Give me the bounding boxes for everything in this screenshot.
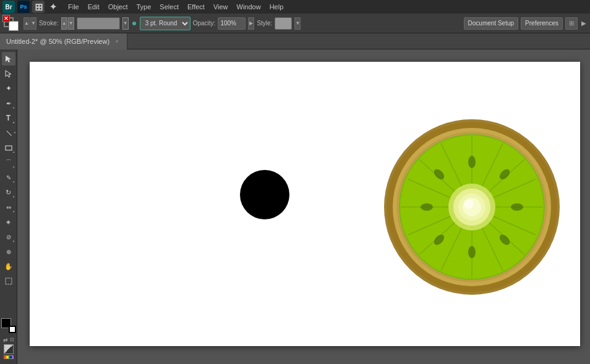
swap-colors-icon[interactable]: ⇄ <box>3 337 8 343</box>
brand-icons: Br Ps ⊞ ✦ <box>2 1 59 13</box>
opacity-expand[interactable]: ▶ <box>248 17 254 30</box>
app-grid-icon[interactable]: ⊞ <box>32 1 45 13</box>
black-circle[interactable] <box>240 170 289 219</box>
stroke-select-group: ▲ ▼ <box>61 17 74 30</box>
separator-dot <box>132 22 136 25</box>
hand-tool[interactable]: ✋ <box>2 260 15 273</box>
opacity-label: Opacity: <box>193 20 216 27</box>
artboard-tool[interactable] <box>2 274 15 288</box>
stroke-cap-select[interactable]: 3 pt. Round 1 pt. Round 2 pt. Round 3 pt… <box>140 17 190 30</box>
paintbrush-tool[interactable]: ⌒▸ <box>2 156 15 169</box>
tab-close-button[interactable]: × <box>113 38 121 45</box>
stroke-label: Stroke: <box>39 20 59 27</box>
menu-bar: Br Ps ⊞ ✦ File Edit Object Type Select E… <box>0 0 590 14</box>
fill-select-group: ▲ ▼ <box>24 17 36 30</box>
svg-rect-1 <box>6 278 12 284</box>
svg-rect-0 <box>6 146 12 150</box>
active-fill-box[interactable]: ✕ <box>2 15 10 22</box>
menu-view[interactable]: View <box>210 2 232 12</box>
toolbox: ✦ ✒▸ T▸ |▸ ▸ ⌒▸ ✎▸ ↻▸ ⇔▸ ◈ ⊘▸ ⊕ ✋ ⇄ ⊡ <box>0 49 17 364</box>
stroke-down-arrow[interactable]: ▼ <box>68 17 74 30</box>
stroke-indicator[interactable] <box>9 326 16 333</box>
blend-tool[interactable]: ◈ <box>2 215 15 229</box>
photoshop-icon[interactable]: Ps <box>17 1 30 13</box>
color-mode-icons: ⇄ ⊡ <box>3 337 14 343</box>
menu-help[interactable]: Help <box>266 2 288 12</box>
reset-colors-icon[interactable]: ⊡ <box>10 337 14 343</box>
bridge-icon[interactable]: Br <box>2 1 15 13</box>
kiwi-fruit[interactable] <box>382 117 568 303</box>
document-setup-button[interactable]: Document Setup <box>464 17 519 30</box>
type-tool[interactable]: T▸ <box>2 111 15 125</box>
kite-icon: ✦ <box>47 1 59 13</box>
fill-stroke-indicator[interactable] <box>1 318 16 333</box>
rectangle-tool[interactable]: ▸ <box>2 141 15 154</box>
svg-point-22 <box>468 156 476 168</box>
color-mode-btn[interactable] <box>4 344 14 354</box>
menu-effect[interactable]: Effect <box>184 2 208 12</box>
svg-point-26 <box>468 246 476 258</box>
stroke-select-down[interactable]: ▼ <box>122 17 129 30</box>
color-controls: ⇄ ⊡ <box>1 318 16 362</box>
reflect-tool[interactable]: ⇔▸ <box>2 200 15 214</box>
toolbar: ✕ ▲ ▼ Stroke: ▲ ▼ ▼ 3 pt. Round 1 pt. Ro… <box>0 14 590 33</box>
svg-point-28 <box>421 203 433 211</box>
style-label: Style: <box>257 20 272 27</box>
stroke-dropdown: ▼ <box>122 17 129 30</box>
fill-color-box[interactable] <box>9 21 19 31</box>
artboard <box>30 62 580 346</box>
toolbar-menu-btn[interactable]: ▶ <box>580 20 588 27</box>
menu-edit[interactable]: Edit <box>84 2 103 12</box>
pencil-tool[interactable]: ✎▸ <box>2 171 15 184</box>
fill-down-arrow[interactable]: ▼ <box>30 17 36 30</box>
svg-point-24 <box>511 203 523 211</box>
eyedropper-tool[interactable]: ⊘▸ <box>2 230 15 243</box>
opacity-input[interactable] <box>218 17 246 30</box>
main-layout: ✦ ✒▸ T▸ |▸ ▸ ⌒▸ ✎▸ ↻▸ ⇔▸ ◈ ⊘▸ ⊕ ✋ ⇄ ⊡ <box>0 49 590 364</box>
fill-stroke-group: ✕ <box>2 15 21 32</box>
fill-up-arrow[interactable]: ▲ <box>24 17 30 30</box>
canvas-area <box>17 49 590 364</box>
gradient-btn[interactable] <box>4 355 14 359</box>
direct-selection-tool[interactable] <box>2 67 15 80</box>
rotate-tool[interactable]: ↻▸ <box>2 185 15 199</box>
preferences-button[interactable]: Preferences <box>521 17 563 30</box>
selection-tool[interactable] <box>2 52 15 66</box>
stroke-fill-box[interactable] <box>77 17 120 30</box>
tab-bar: Untitled-2* @ 50% (RGB/Preview) × <box>0 33 590 49</box>
style-dropdown[interactable]: ▼ <box>294 17 301 30</box>
menu-file[interactable]: File <box>64 2 83 12</box>
document-tab[interactable]: Untitled-2* @ 50% (RGB/Preview) × <box>0 33 127 49</box>
stroke-up-arrow[interactable]: ▲ <box>61 17 67 30</box>
pen-tool[interactable]: ✒▸ <box>2 96 15 110</box>
tab-title: Untitled-2* @ 50% (RGB/Preview) <box>6 38 109 45</box>
magic-wand-tool[interactable]: ✦ <box>2 82 15 95</box>
svg-point-34 <box>464 199 474 209</box>
menu-object[interactable]: Object <box>105 2 132 12</box>
expand-toolbar-btn[interactable]: ⊞ <box>565 17 578 30</box>
menu-type[interactable]: Type <box>133 2 155 12</box>
zoom-tool[interactable]: ⊕ <box>2 245 15 258</box>
style-swatch[interactable] <box>275 17 292 30</box>
menu-select[interactable]: Select <box>156 2 182 12</box>
line-segment-tool[interactable]: |▸ <box>0 123 17 142</box>
menu-window[interactable]: Window <box>233 2 265 12</box>
